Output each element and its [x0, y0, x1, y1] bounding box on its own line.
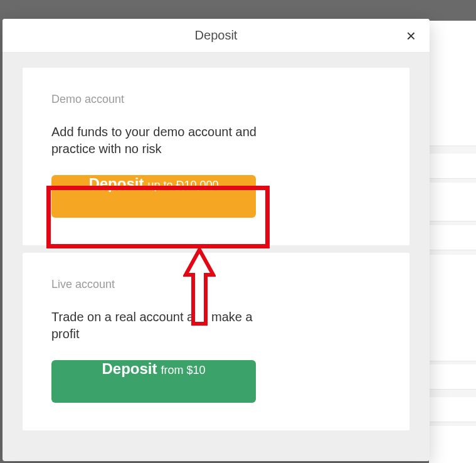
modal-header: Deposit ×: [3, 19, 430, 53]
demo-deposit-button[interactable]: Deposit up to Đ10,000: [51, 175, 256, 218]
demo-deposit-button-main: Deposit: [88, 175, 144, 193]
demo-account-description: Add funds to your demo account and pract…: [51, 124, 277, 157]
live-deposit-button[interactable]: Deposit from $10: [51, 360, 256, 403]
live-account-card: Live account Trade on a real account and…: [23, 253, 410, 430]
modal-body: Demo account Add funds to your demo acco…: [3, 53, 430, 453]
live-deposit-button-sub: from $10: [161, 364, 205, 377]
background-panel: [429, 21, 476, 463]
demo-deposit-button-sub: up to Đ10,000: [147, 179, 218, 192]
demo-account-card: Demo account Add funds to your demo acco…: [23, 68, 410, 245]
deposit-modal: Deposit × Demo account Add funds to your…: [3, 19, 430, 461]
close-icon[interactable]: ×: [403, 25, 420, 46]
live-account-description: Trade on a real account and make a profi…: [51, 309, 277, 343]
live-account-label: Live account: [51, 278, 381, 291]
demo-account-label: Demo account: [51, 93, 381, 106]
modal-title: Deposit: [195, 28, 238, 43]
live-deposit-button-main: Deposit: [102, 360, 157, 378]
